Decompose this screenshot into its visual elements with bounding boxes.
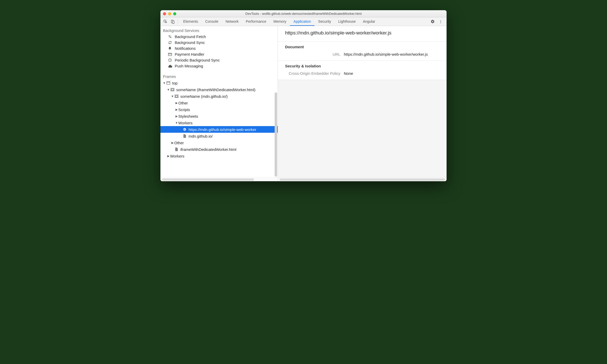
tree-label: https://mdn.github.io/simple-web-worker	[189, 127, 256, 132]
tab-angular[interactable]: Angular	[359, 17, 379, 26]
tree-stylesheets[interactable]: ▶Stylesheets	[160, 113, 278, 119]
group-heading: Security & Isolation	[278, 64, 447, 71]
svg-rect-2	[172, 21, 174, 23]
bg-item-label: Periodic Background Sync	[175, 58, 220, 62]
iframe-icon	[170, 88, 175, 91]
toggle-device-icon[interactable]	[169, 17, 176, 26]
toolbar: ElementsConsoleNetworkPerformanceMemoryA…	[160, 17, 447, 26]
detail-group: DocumentURLhttps://mdn.github.io/simple-…	[278, 42, 447, 61]
tab-security[interactable]: Security	[314, 17, 335, 26]
group-heading: Document	[278, 45, 447, 52]
tree-label: someName (iframeWithDedicatedWorker.html…	[176, 88, 255, 92]
kv-value: None	[344, 71, 439, 76]
kv-key: Cross-Origin Embedder Policy	[285, 71, 344, 76]
tree-label: mdn.github.io/	[189, 134, 213, 138]
close-window-button[interactable]	[163, 12, 166, 15]
detail-group: Security & IsolationCross-Origin Embedde…	[278, 61, 447, 80]
tree-frame-l1[interactable]: ▼someName (iframeWithDedicatedWorker.htm…	[160, 86, 278, 93]
tree-document[interactable]: mdn.github.io/	[160, 133, 278, 139]
tree-frame-l2[interactable]: ▼someName (mdn.github.io/)	[160, 93, 278, 100]
sync-icon	[168, 41, 172, 44]
bg-item-label: Background Fetch	[175, 34, 206, 39]
zoom-window-button[interactable]	[173, 12, 176, 15]
bg-item-label: Background Sync	[175, 40, 205, 45]
window-title: DevTools - wolfib.github.io/web-demos/ne…	[160, 12, 447, 16]
tree-label: top	[172, 81, 178, 85]
tab-network[interactable]: Network	[222, 17, 242, 26]
toolbar-right	[429, 17, 445, 26]
bg-item-label: Push Messaging	[175, 64, 203, 68]
svg-rect-14	[176, 95, 178, 97]
document-icon	[182, 134, 187, 138]
tree-top[interactable]: ▼top	[160, 80, 278, 86]
bg-background-sync[interactable]: Background Sync	[160, 40, 278, 45]
main-split: Background Services Background FetchBack…	[160, 26, 447, 181]
tree-label: Other	[178, 101, 188, 105]
card-icon	[168, 53, 172, 56]
frames-tree: ▼top ▼someName (iframeWithDedicatedWorke…	[160, 80, 278, 159]
tree-label: Stylesheets	[178, 114, 198, 118]
tree-label: iframeWithDedicatedWorker.html	[180, 147, 236, 152]
traffic-lights	[163, 12, 176, 15]
svg-point-3	[440, 20, 441, 21]
bg-item-label: Payment Handler	[175, 52, 204, 56]
tree-label: Other	[174, 141, 184, 145]
tree-label: Workers	[170, 154, 184, 158]
tree-iframe-doc[interactable]: iframeWithDedicatedWorker.html	[160, 146, 278, 153]
clock-icon	[168, 58, 172, 62]
tab-memory[interactable]: Memory	[270, 17, 290, 26]
kv-row: URLhttps://mdn.github.io/simple-web-work…	[278, 52, 447, 57]
section-frames: Frames	[160, 74, 278, 80]
tab-elements[interactable]: Elements	[180, 17, 202, 26]
section-background-services: Background Services	[160, 28, 278, 34]
bg-payment-handler[interactable]: Payment Handler	[160, 51, 278, 57]
bg-notifications[interactable]: Notifications	[160, 45, 278, 51]
svg-rect-12	[171, 89, 173, 90]
kv-key: URL	[285, 52, 344, 56]
detail-title: https://mdn.github.io/simple-web-worker/…	[285, 30, 439, 36]
window-icon	[166, 81, 171, 84]
tree-worker-selected[interactable]: https://mdn.github.io/simple-web-worker	[160, 126, 278, 133]
bg-background-fetch[interactable]: Background Fetch	[160, 34, 278, 40]
settings-icon[interactable]	[429, 17, 436, 26]
inspect-element-icon[interactable]	[162, 17, 169, 26]
gear-icon	[182, 128, 187, 131]
tree-other[interactable]: ▶Other	[160, 100, 278, 106]
tab-application[interactable]: Application	[290, 17, 315, 26]
arrows-updown-icon	[168, 35, 172, 39]
bg-periodic-background-sync[interactable]: Periodic Background Sync	[160, 57, 278, 63]
kebab-menu-icon[interactable]	[437, 17, 444, 26]
tab-console[interactable]: Console	[202, 17, 222, 26]
tab-lighthouse[interactable]: Lighthouse	[335, 17, 359, 26]
kv-value: https://mdn.github.io/simple-web-worker/…	[344, 52, 439, 56]
iframe-icon	[174, 95, 179, 98]
detail-hscrollbar[interactable]	[278, 177, 447, 181]
tree-workers-root[interactable]: ▶Workers	[160, 153, 278, 159]
sidebar-vscrollbar[interactable]	[275, 92, 277, 177]
tree-label: Scripts	[178, 107, 190, 112]
svg-point-4	[440, 21, 441, 22]
separator	[178, 19, 178, 24]
bg-push-messaging[interactable]: Push Messaging	[160, 63, 278, 69]
application-sidebar: Background Services Background FetchBack…	[160, 26, 278, 181]
document-icon	[174, 148, 179, 151]
bell-icon	[168, 46, 172, 50]
detail-pane: https://mdn.github.io/simple-web-worker/…	[278, 26, 447, 181]
tree-scripts[interactable]: ▶Scripts	[160, 106, 278, 113]
svg-rect-9	[167, 82, 170, 84]
minimize-window-button[interactable]	[168, 12, 171, 15]
tab-performance[interactable]: Performance	[242, 17, 270, 26]
tree-workers[interactable]: ▼Workers	[160, 119, 278, 126]
devtools-window: DevTools - wolfib.github.io/web-demos/ne…	[160, 10, 447, 181]
panel-tabs: ElementsConsoleNetworkPerformanceMemoryA…	[180, 17, 429, 26]
svg-rect-6	[168, 53, 172, 56]
cloud-icon	[168, 65, 172, 68]
detail-title-wrap: https://mdn.github.io/simple-web-worker/…	[278, 26, 447, 42]
kv-row: Cross-Origin Embedder PolicyNone	[278, 71, 447, 76]
sidebar-hscrollbar[interactable]	[160, 177, 278, 181]
tree-other-2[interactable]: ▶Other	[160, 139, 278, 146]
tree-label: Workers	[178, 121, 193, 125]
svg-point-5	[440, 22, 441, 23]
tree-label: someName (mdn.github.io/)	[180, 94, 228, 99]
bg-item-label: Notifications	[175, 46, 196, 51]
